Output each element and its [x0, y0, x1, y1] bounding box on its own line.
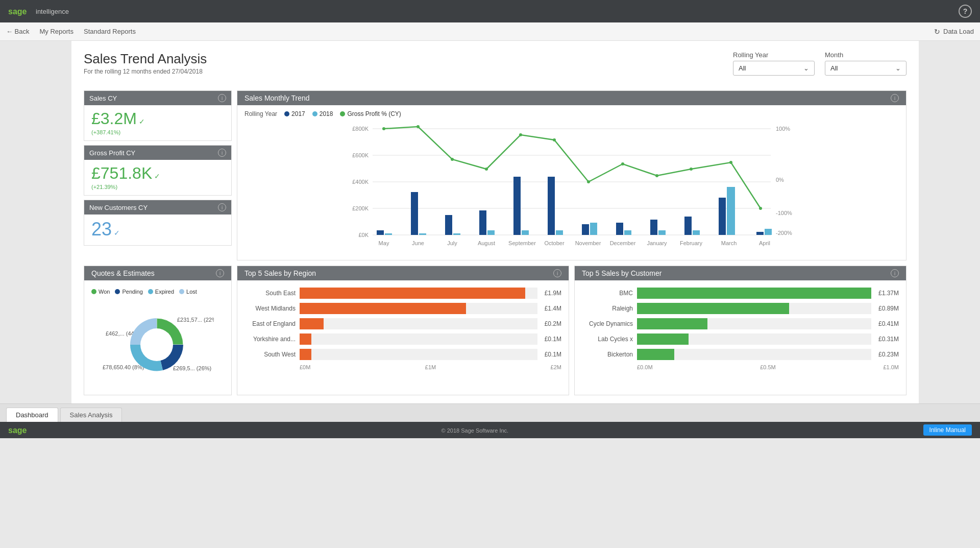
bar-january-2018: [658, 230, 666, 235]
pending-icon: [115, 289, 120, 294]
gross-profit-cy-value: £751.8K: [91, 164, 152, 183]
content-area: Sales Trend Analysis For the rolling 12 …: [71, 41, 919, 403]
region-label-4: Yorkshire and...: [244, 336, 296, 343]
svg-text:January: January: [647, 240, 667, 246]
top5-region-info-icon[interactable]: i: [553, 269, 561, 277]
customer-row-3: Cycle Dynamics £0.41M: [582, 318, 899, 329]
month-select[interactable]: All ⌄: [825, 61, 906, 76]
svg-text:June: June: [412, 240, 424, 246]
region-axis: £0M £1M £2M: [244, 364, 561, 370]
customer-row-1: BMC £1.37M: [582, 288, 899, 299]
my-reports-link[interactable]: My Reports: [40, 28, 74, 35]
bar-august-2018: [487, 230, 495, 235]
sales-chart-info-icon[interactable]: i: [891, 94, 899, 102]
kpi-column: Sales CY i £3.2M ✓ (+387.41%) Gross Pr: [84, 90, 232, 260]
new-customers-cy-label: New Customers CY: [89, 204, 148, 211]
sales-chart-title: Sales Monthly Trend: [244, 94, 310, 102]
standard-reports-link[interactable]: Standard Reports: [84, 28, 136, 35]
quotes-legend: Won Pending Expired Lost: [91, 289, 224, 295]
svg-text:April: April: [759, 240, 770, 246]
month-value: All: [830, 64, 838, 72]
bar-july-2018: [453, 233, 460, 235]
region-bar-fill-2: [300, 303, 466, 314]
sales-chart-legend: Rolling Year 2017 2018 Gross Profit % (C…: [244, 110, 899, 117]
data-load-button[interactable]: ↻ Data Load: [934, 28, 974, 36]
sales-cy-change: (+387.41%): [91, 129, 224, 135]
customer-label-5: Bickerton: [582, 351, 633, 358]
bar-august-2017: [479, 210, 486, 235]
region-row-2: West Midlands £1.4M: [244, 303, 561, 314]
region-value-2: £1.4M: [545, 305, 561, 312]
dashboard-grid: Sales CY i £3.2M ✓ (+387.41%) Gross Pr: [84, 90, 906, 260]
customer-bar-track-4: [637, 333, 871, 345]
line-dot-july: [451, 158, 454, 161]
top5-customer-panel: Top 5 Sales by Customer i BMC £1.37M Ral: [574, 266, 906, 395]
new-customers-cy-info-icon[interactable]: i: [218, 203, 226, 211]
tab-bar: Dashboard Sales Analysis: [0, 403, 980, 422]
gross-profit-cy-header: Gross Profit CY i: [84, 146, 231, 160]
top5-region-header: Top 5 Sales by Region i: [237, 266, 569, 280]
customer-row-2: Raleigh £0.89M: [582, 303, 899, 314]
bar-october-2018: [556, 230, 563, 235]
tab-dashboard[interactable]: Dashboard: [6, 408, 58, 422]
filter-controls: Rolling Year All ⌄ Month All ⌄: [733, 51, 906, 76]
tab-sales-analysis[interactable]: Sales Analysis: [60, 408, 122, 422]
svg-text:-100%: -100%: [776, 210, 792, 216]
gross-profit-line: [384, 127, 761, 208]
region-value-1: £1.9M: [545, 290, 561, 297]
page-header: Sales Trend Analysis For the rolling 12 …: [84, 51, 207, 75]
gross-profit-cy-info-icon[interactable]: i: [218, 149, 226, 157]
svg-text:100%: 100%: [776, 126, 790, 132]
customer-bar-track-1: [637, 288, 871, 299]
logo-area: sage intelligence: [8, 6, 69, 17]
region-bar-track-4: [300, 333, 537, 345]
legend-lost: Lost: [179, 289, 197, 295]
bar-april-2018: [765, 229, 772, 235]
customer-label-3: Cycle Dynamics: [582, 320, 633, 327]
help-button[interactable]: ?: [959, 5, 972, 18]
lost-label: Lost: [186, 289, 197, 295]
bar-january-2017: [650, 220, 657, 235]
header-filter-row: Sales Trend Analysis For the rolling 12 …: [84, 51, 906, 83]
bar-march-2017: [719, 198, 726, 235]
top5-customer-info-icon[interactable]: i: [891, 269, 899, 277]
region-bar-track-3: [300, 318, 537, 329]
inline-manual-button[interactable]: Inline Manual: [923, 424, 972, 436]
sales-monthly-trend-svg: £800K £600K £400K £200K £0K: [244, 121, 899, 253]
won-label: Won: [99, 289, 110, 295]
customer-bar-track-2: [637, 303, 871, 314]
pending-label: Pending: [122, 289, 142, 295]
region-label-5: South West: [244, 351, 296, 358]
legend-gross-profit-item: Gross Profit % (CY): [340, 110, 401, 117]
sales-cy-info-icon[interactable]: i: [218, 94, 226, 102]
sage-logo-icon: sage: [8, 6, 32, 17]
legend-2018-label: 2018: [320, 110, 333, 117]
sales-cy-value: £3.2M: [91, 109, 137, 128]
region-bar-track-2: [300, 303, 537, 314]
new-customers-cy-value: 23: [91, 219, 112, 240]
quotes-info-icon[interactable]: i: [216, 269, 224, 277]
line-dot-april: [759, 207, 762, 210]
top-bar: sage intelligence ?: [0, 0, 980, 22]
legend-won: Won: [91, 289, 110, 295]
svg-text:February: February: [680, 240, 703, 246]
donut-hole: [140, 328, 173, 361]
rolling-year-value: All: [739, 64, 746, 72]
content-outer: Sales Trend Analysis For the rolling 12 …: [0, 41, 980, 403]
customer-row-4: Lab Cycles x £0.31M: [582, 333, 899, 345]
sales-cy-body: £3.2M ✓ (+387.41%): [84, 105, 231, 140]
customer-bar-track-3: [637, 318, 871, 329]
region-axis-2: £2M: [551, 364, 561, 370]
customer-axis-0: £0.0M: [637, 364, 653, 370]
bar-september-2017: [513, 177, 521, 235]
sales-chart-header: Sales Monthly Trend i: [237, 91, 906, 105]
footer-sage-logo-icon: sage: [8, 425, 27, 435]
donut-chart-svg: £462,... (44%) £231,57... (22%) £269,5..…: [102, 299, 214, 386]
footer: sage © 2018 Sage Software Inc. Inline Ma…: [0, 422, 980, 438]
region-value-3: £0.2M: [545, 320, 561, 327]
rolling-year-select[interactable]: All ⌄: [733, 61, 815, 76]
line-dot-february: [690, 168, 693, 171]
donut-chart-wrap: £462,... (44%) £231,57... (22%) £269,5..…: [91, 295, 224, 390]
back-link[interactable]: ← Back: [6, 28, 30, 35]
region-bar-track-5: [300, 349, 537, 360]
